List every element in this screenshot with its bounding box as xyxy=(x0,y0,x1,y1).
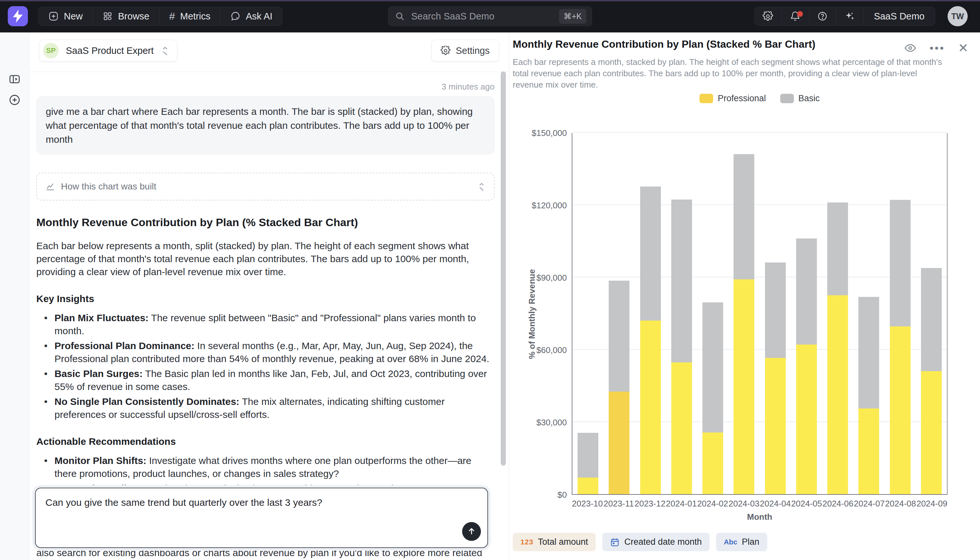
segment-basic[interactable] xyxy=(578,433,598,478)
segment-basic[interactable] xyxy=(765,262,786,358)
field-chip-created-date-month[interactable]: Created date month xyxy=(602,533,709,551)
x-tick-label: 2023-12 xyxy=(634,499,666,509)
bullet-item: Plan Mix Fluctuates: The revenue split b… xyxy=(37,312,495,337)
segment-professional[interactable] xyxy=(796,345,817,494)
user-message-bubble: give me a bar chart where Each bar repre… xyxy=(37,97,495,155)
stacked-bar-2023-10[interactable] xyxy=(578,433,598,494)
sparkles-icon xyxy=(844,11,855,22)
abc-text-icon: Abc xyxy=(724,538,737,547)
legend-item-professional[interactable]: Professional xyxy=(699,93,766,103)
legend-item-basic[interactable]: Basic xyxy=(780,93,820,103)
how-built-label: How this chart was built xyxy=(61,182,472,192)
lightning-bolt-icon xyxy=(12,10,23,23)
message-timestamp: 3 minutes ago xyxy=(37,82,495,92)
chart-actions: ••• ✕ xyxy=(904,41,968,55)
app-logo[interactable] xyxy=(8,6,28,26)
segment-professional[interactable] xyxy=(890,327,910,494)
segment-professional[interactable] xyxy=(765,358,786,494)
segment-professional[interactable] xyxy=(921,371,942,494)
agent-selector[interactable]: SP SaaS Product Expert xyxy=(39,40,178,62)
chat-input[interactable]: Can you give the same trend but quarterl… xyxy=(35,488,488,548)
stacked-bar-2024-05[interactable] xyxy=(796,238,817,494)
close-panel-button[interactable]: ✕ xyxy=(958,41,968,55)
field-chip-total-amount[interactable]: 123 Total amount xyxy=(513,533,596,551)
chart-bars xyxy=(572,133,947,494)
segment-professional[interactable] xyxy=(640,320,661,494)
ask-ai-chat-icon xyxy=(230,11,241,22)
stacked-bar-2024-07[interactable] xyxy=(859,297,879,494)
bar-slot xyxy=(916,133,947,494)
plus-circle-icon xyxy=(8,94,21,106)
stacked-bar-2023-12[interactable] xyxy=(640,187,661,494)
segment-professional[interactable] xyxy=(859,408,879,494)
legend-swatch xyxy=(780,94,794,103)
segment-professional[interactable] xyxy=(703,432,723,494)
user-avatar[interactable]: TW xyxy=(948,6,968,26)
segment-professional[interactable] xyxy=(734,279,754,494)
org-switcher[interactable]: SaaS Demo xyxy=(864,7,935,25)
segment-professional[interactable] xyxy=(671,362,692,494)
top-navbar: New Browse # Metrics Ask AI Search SaaS … xyxy=(0,0,980,32)
segment-basic[interactable] xyxy=(796,238,817,345)
y-tick-label: $150,000 xyxy=(532,128,567,138)
window-accent-strip xyxy=(0,0,980,1)
toggle-sidebar-button[interactable] xyxy=(7,72,22,86)
x-axis-tick-labels: 2023-102023-112023-122024-012024-022024-… xyxy=(572,499,948,509)
avatar-initials: TW xyxy=(952,12,964,21)
segment-basic[interactable] xyxy=(703,302,723,432)
view-eye-button[interactable] xyxy=(904,42,917,54)
segment-basic[interactable] xyxy=(671,200,692,362)
bar-slot xyxy=(572,133,603,494)
browse-button[interactable]: Browse xyxy=(93,7,159,25)
segment-basic[interactable] xyxy=(921,268,942,371)
org-name: SaaS Demo xyxy=(874,11,925,22)
stacked-bar-2024-09[interactable] xyxy=(921,268,942,494)
search-icon xyxy=(395,12,405,21)
chat-scrollbar[interactable] xyxy=(501,72,506,466)
agent-settings-button[interactable]: Settings xyxy=(431,40,499,62)
global-search-input[interactable]: Search SaaS Demo ⌘+K xyxy=(388,6,592,26)
segment-basic[interactable] xyxy=(609,281,630,392)
left-rail xyxy=(0,32,29,560)
segment-basic[interactable] xyxy=(734,154,754,280)
chat-header: SP SaaS Product Expert Settings xyxy=(29,32,509,72)
bar-slot xyxy=(885,133,916,494)
new-thread-button[interactable] xyxy=(7,93,22,107)
stacked-bar-2023-11[interactable] xyxy=(609,281,630,494)
field-chips: 123 Total amount Created date month Abc … xyxy=(513,533,767,551)
legend-label: Basic xyxy=(798,93,820,103)
segment-professional[interactable] xyxy=(827,295,848,494)
segment-basic[interactable] xyxy=(827,202,848,295)
chat-panel: SP SaaS Product Expert Settings 3 minute… xyxy=(29,32,509,560)
browse-label: Browse xyxy=(118,11,149,22)
segment-basic[interactable] xyxy=(859,297,879,408)
panel-toggle-icon xyxy=(8,73,21,85)
stacked-bar-2024-04[interactable] xyxy=(765,262,786,494)
notifications-button[interactable] xyxy=(782,7,809,25)
stacked-bar-2024-01[interactable] xyxy=(671,200,692,494)
more-options-button[interactable]: ••• xyxy=(929,42,945,55)
stacked-bar-2024-08[interactable] xyxy=(890,200,910,494)
ai-sparkles-button[interactable] xyxy=(836,7,864,25)
legend-swatch xyxy=(699,94,713,103)
how-chart-built-toggle[interactable]: How this chart was built xyxy=(37,173,495,200)
key-insights-list: Plan Mix Fluctuates: The revenue split b… xyxy=(37,312,495,421)
segment-professional[interactable] xyxy=(578,478,598,494)
segment-professional[interactable] xyxy=(609,392,630,494)
utility-nav: SaaS Demo xyxy=(754,7,935,26)
help-button[interactable] xyxy=(809,7,836,25)
segment-basic[interactable] xyxy=(640,187,661,320)
metrics-button[interactable]: # Metrics xyxy=(159,7,221,25)
ask-ai-button[interactable]: Ask AI xyxy=(221,7,282,25)
settings-nav-button[interactable] xyxy=(755,7,782,25)
metrics-hash-icon: # xyxy=(169,10,175,22)
segment-basic[interactable] xyxy=(890,200,910,327)
field-chip-plan[interactable]: Abc Plan xyxy=(716,533,767,551)
stacked-bar-2024-03[interactable] xyxy=(734,154,754,494)
new-button[interactable]: New xyxy=(38,7,93,25)
send-button[interactable] xyxy=(462,522,481,541)
x-axis-title: Month xyxy=(572,512,948,522)
stacked-bar-2024-06[interactable] xyxy=(827,202,848,494)
chart-subtitle: Each bar represents a month, stacked by … xyxy=(513,57,949,90)
stacked-bar-2024-02[interactable] xyxy=(703,302,723,494)
